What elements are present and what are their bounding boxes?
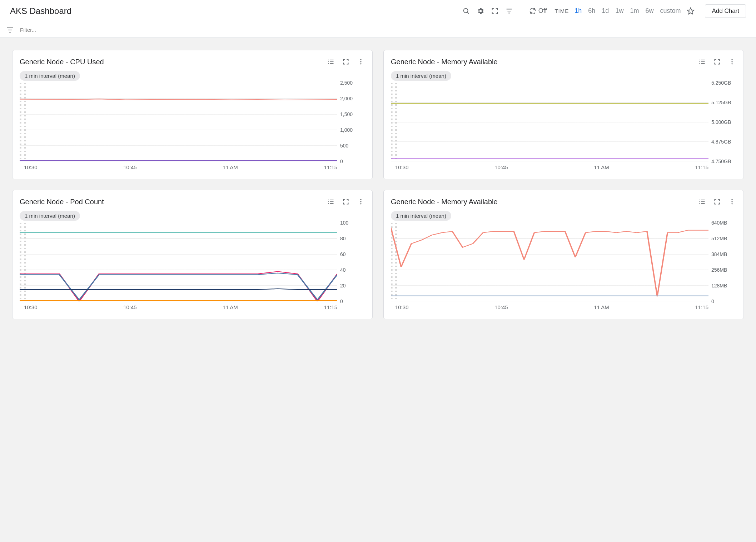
chart-area: 100806040200 10:3010:4511 AM11:15 (20, 223, 365, 310)
search-icon[interactable] (462, 7, 471, 15)
expand-icon[interactable] (342, 197, 350, 206)
svg-point-34 (731, 63, 732, 64)
svg-point-67 (731, 203, 732, 204)
card-header: Generic Node - Memory Available (391, 57, 736, 66)
more-vert-icon[interactable] (357, 57, 365, 66)
interval-badge[interactable]: 1 min interval (mean) (20, 71, 80, 81)
svg-point-33 (731, 61, 732, 62)
page-title: AKS Dashboard (10, 6, 71, 16)
chart-card: Generic Node - Pod Count 1 min interval … (12, 190, 373, 319)
interval-badge[interactable]: 1 min interval (mean) (391, 211, 451, 221)
svg-point-17 (360, 63, 361, 64)
card-title: Generic Node - Pod Count (20, 198, 327, 206)
more-vert-icon[interactable] (728, 197, 736, 206)
card-title: Generic Node - Memory Available (391, 58, 698, 66)
x-axis-ticks: 10:3010:4511 AM11:15 (20, 161, 365, 170)
card-title: Generic Node - CPU Used (20, 58, 327, 66)
refresh-state: Off (538, 7, 547, 15)
x-axis-ticks: 10:3010:4511 AM11:15 (391, 161, 736, 170)
add-chart-button[interactable]: Add Chart (705, 4, 746, 18)
filter-list-icon[interactable] (505, 7, 513, 15)
time-opt-1w[interactable]: 1w (615, 7, 623, 15)
svg-point-48 (360, 199, 361, 200)
chart-card: Generic Node - Memory Available 1 min in… (383, 50, 744, 179)
more-vert-icon[interactable] (728, 57, 736, 66)
refresh-icon (528, 7, 537, 15)
refresh-toggle[interactable]: Off (528, 7, 547, 15)
chart-area: 640MB512MB384MB256MB128MB0 10:3010:4511 … (391, 223, 736, 310)
expand-icon[interactable] (713, 197, 721, 206)
svg-line-1 (467, 12, 469, 13)
more-vert-icon[interactable] (357, 197, 365, 206)
chart-area: 5.250GB5.125GB5.000GB4.875GB4.750GB 10:3… (391, 83, 736, 170)
y-axis-ticks: 640MB512MB384MB256MB128MB0 (708, 223, 736, 301)
legend-icon[interactable] (327, 197, 335, 206)
time-opt-1h[interactable]: 1h (575, 7, 582, 15)
time-opt-custom[interactable]: custom (660, 7, 681, 15)
card-header: Generic Node - CPU Used (20, 57, 365, 66)
y-axis-ticks: 2,5002,0001,5001,0005000 (337, 83, 365, 161)
card-actions (327, 197, 365, 206)
time-opt-6h[interactable]: 6h (588, 7, 595, 15)
card-actions (327, 57, 365, 66)
chart-card: Generic Node - Memory Available 1 min in… (383, 190, 744, 319)
legend-icon[interactable] (698, 57, 706, 66)
legend-icon[interactable] (327, 57, 335, 66)
x-axis-ticks: 10:3010:4511 AM11:15 (20, 301, 365, 310)
y-axis-ticks: 5.250GB5.125GB5.000GB4.875GB4.750GB (708, 83, 736, 161)
card-header: Generic Node - Pod Count (20, 197, 365, 206)
chart-area: 2,5002,0001,5001,0005000 10:3010:4511 AM… (20, 83, 365, 170)
svg-point-32 (731, 59, 732, 60)
time-label: TIME (554, 8, 569, 14)
svg-point-66 (731, 201, 732, 202)
x-axis-ticks: 10:3010:4511 AM11:15 (391, 301, 736, 310)
fullscreen-icon[interactable] (491, 7, 499, 15)
topbar: AKS Dashboard Off TIME 1h 6h 1d 1w 1m 6w (0, 0, 756, 22)
star-icon[interactable] (686, 7, 695, 15)
interval-badge[interactable]: 1 min interval (mean) (20, 211, 80, 221)
filter-icon[interactable] (6, 26, 14, 34)
svg-point-50 (360, 203, 361, 204)
svg-point-15 (360, 59, 361, 60)
svg-marker-5 (687, 7, 694, 14)
svg-point-65 (731, 199, 732, 200)
chart-card: Generic Node - CPU Used 1 min interval (… (12, 50, 373, 179)
y-axis-ticks: 100806040200 (337, 223, 365, 301)
legend-icon[interactable] (698, 197, 706, 206)
card-actions (698, 197, 736, 206)
time-opt-1m[interactable]: 1m (630, 7, 639, 15)
filter-input[interactable] (20, 27, 750, 33)
time-opt-1d[interactable]: 1d (602, 7, 609, 15)
svg-point-0 (463, 8, 468, 12)
time-range-selector: 1h 6h 1d 1w 1m 6w custom (575, 7, 681, 15)
card-header: Generic Node - Memory Available (391, 197, 736, 206)
svg-point-16 (360, 61, 361, 62)
svg-point-49 (360, 201, 361, 202)
expand-icon[interactable] (342, 57, 350, 66)
card-title: Generic Node - Memory Available (391, 198, 698, 206)
topbar-tools: Off TIME 1h 6h 1d 1w 1m 6w custom Add Ch… (462, 4, 746, 18)
filter-bar (0, 22, 756, 38)
expand-icon[interactable] (713, 57, 721, 66)
card-actions (698, 57, 736, 66)
interval-badge[interactable]: 1 min interval (mean) (391, 71, 451, 81)
chart-grid: Generic Node - CPU Used 1 min interval (… (0, 38, 756, 331)
gear-icon[interactable] (476, 7, 485, 15)
time-opt-6w[interactable]: 6w (645, 7, 653, 15)
